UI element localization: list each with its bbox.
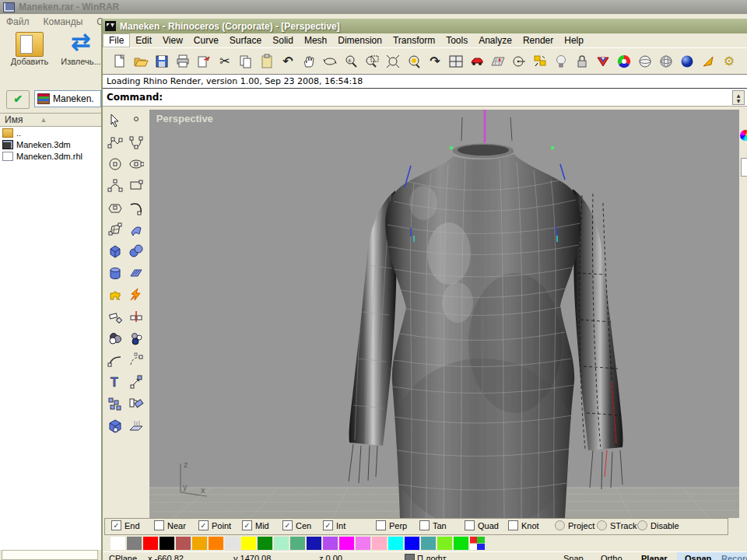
color-picker-swatch[interactable] (470, 537, 485, 550)
color-wheel-icon[interactable] (615, 51, 633, 72)
cplane-pane[interactable]: CPlane (109, 553, 137, 560)
save-icon[interactable] (153, 51, 171, 72)
osnap-checkbox-int[interactable]: ✓ (323, 520, 333, 530)
layer-pane[interactable]: П.лофт (405, 553, 446, 560)
osnap-checkbox-mid[interactable]: ✓ (242, 520, 252, 530)
puzzle-icon[interactable] (104, 284, 125, 306)
record-toggle[interactable]: Record (721, 553, 747, 560)
rectangle-icon[interactable] (125, 175, 146, 197)
osnap-checkbox-cen[interactable]: ✓ (282, 520, 293, 530)
copy-icon[interactable] (237, 51, 255, 72)
zoom-extents-icon[interactable] (384, 51, 402, 72)
osnap-checkbox-knot[interactable] (508, 520, 518, 530)
list-item[interactable]: .. (0, 127, 101, 138)
color-swatch[interactable] (176, 537, 191, 550)
distribute-icon[interactable] (125, 415, 146, 436)
color-swatch[interactable] (454, 537, 468, 550)
color-swatch[interactable] (290, 537, 305, 550)
trim-icon[interactable] (104, 306, 125, 327)
osnap-checkbox-perp[interactable] (376, 520, 386, 530)
menu-transform[interactable]: Transform (388, 34, 440, 47)
light-bulb-icon[interactable] (552, 51, 570, 72)
command-line[interactable]: Command: ▲▼ (103, 89, 747, 107)
spheres-icon[interactable] (125, 240, 146, 262)
ellipse-icon[interactable] (125, 153, 146, 175)
polygon-icon[interactable] (104, 197, 125, 219)
pan-hand-icon[interactable] (300, 51, 318, 72)
menu-file[interactable]: File (103, 33, 130, 47)
menu-tools[interactable]: Tools (440, 34, 473, 47)
list-item[interactable]: Maneken.3dm.rhl (0, 150, 101, 162)
color-swatch[interactable] (356, 537, 370, 550)
osnap-disable-button[interactable] (637, 520, 647, 530)
add-archive-button[interactable]: Добавить (5, 30, 54, 66)
color-swatch[interactable] (323, 537, 338, 550)
osnap-checkbox-near[interactable] (154, 520, 164, 530)
menu-analyze[interactable]: Analyze (473, 34, 517, 47)
export-icon[interactable] (195, 51, 213, 72)
menu-mesh[interactable]: Mesh (299, 34, 332, 47)
plane-icon[interactable] (125, 262, 146, 284)
circle-center-icon[interactable] (510, 51, 528, 72)
osnap-project-button[interactable] (555, 520, 565, 530)
color-swatch[interactable] (209, 537, 223, 550)
open-file-icon[interactable] (132, 51, 150, 72)
osnap-checkbox-point[interactable]: ✓ (198, 520, 209, 530)
cylinder-icon[interactable] (104, 262, 125, 284)
color-swatch[interactable] (160, 537, 174, 550)
color-swatch[interactable] (143, 537, 158, 550)
winrar-menu-commands[interactable]: Команды (44, 16, 83, 27)
solid-box-icon[interactable] (104, 415, 125, 436)
zoom-dynamic-icon[interactable]: ± (342, 51, 360, 72)
file-list-header[interactable]: Имя ▲ (0, 114, 101, 127)
scale-icon[interactable] (125, 371, 146, 393)
snap-toggle[interactable]: Snap (563, 553, 584, 560)
rotate-array-icon[interactable] (125, 393, 146, 415)
zoom-selected-icon[interactable] (405, 51, 423, 72)
surface-curved-icon[interactable] (125, 219, 146, 240)
osnap-checkbox-quad[interactable] (465, 520, 475, 530)
color-swatch[interactable] (127, 537, 142, 550)
color-swatch[interactable] (241, 537, 256, 550)
planar-toggle[interactable]: Planar (641, 553, 668, 560)
archive-path-combo[interactable]: Maneken. (34, 90, 101, 107)
rhino-render-icon[interactable] (594, 51, 612, 72)
partial-color-wheel-icon[interactable] (740, 130, 747, 141)
circle-icon[interactable] (104, 153, 125, 175)
color-swatch[interactable] (307, 537, 321, 550)
osnap-checkbox-end[interactable]: ✓ (111, 520, 121, 530)
viewport-layout-icon[interactable] (447, 51, 465, 72)
curve-interpolate-icon[interactable] (125, 131, 146, 153)
color-swatch[interactable] (274, 537, 289, 550)
surface-patch-icon[interactable] (104, 219, 125, 240)
menu-help[interactable]: Help (559, 34, 589, 47)
new-file-icon[interactable] (110, 51, 129, 72)
osnap-checkbox-tan[interactable] (419, 520, 430, 530)
list-item[interactable]: Maneken.3dm (0, 138, 101, 150)
menu-surface[interactable]: Surface (224, 34, 267, 47)
map-grid-icon[interactable] (489, 51, 507, 72)
box-icon[interactable] (104, 240, 125, 262)
undo-view-icon[interactable]: ↷ (426, 51, 444, 72)
undo-icon[interactable]: ↶ (279, 51, 297, 72)
perspective-viewport[interactable]: Perspective (149, 110, 739, 518)
gear-icon[interactable]: ⚙ (720, 51, 738, 72)
wire-sphere-icon[interactable] (636, 51, 654, 72)
viewport-title[interactable]: Perspective (156, 113, 213, 124)
rhino-titlebar[interactable]: Maneken - Rhinoceros (Corporate) - [Pers… (103, 19, 747, 33)
render-sphere-icon[interactable] (678, 51, 696, 72)
rotate-view-icon[interactable] (321, 51, 339, 72)
fillet-curve-icon[interactable] (104, 349, 125, 371)
boolean-difference-icon[interactable] (125, 327, 146, 349)
explode-icon[interactable] (125, 284, 146, 306)
color-swatch[interactable] (225, 537, 240, 550)
color-swatch[interactable] (339, 537, 354, 550)
point-icon[interactable] (125, 110, 146, 131)
color-swatch[interactable] (258, 537, 272, 550)
curve-polyline-icon[interactable] (104, 131, 125, 153)
select-icon[interactable] (104, 110, 125, 131)
menu-render[interactable]: Render (517, 34, 559, 47)
ortho-toggle[interactable]: Ortho (601, 553, 622, 560)
osnap-toggle[interactable]: Osnap (685, 553, 711, 560)
menu-view[interactable]: View (157, 34, 188, 47)
